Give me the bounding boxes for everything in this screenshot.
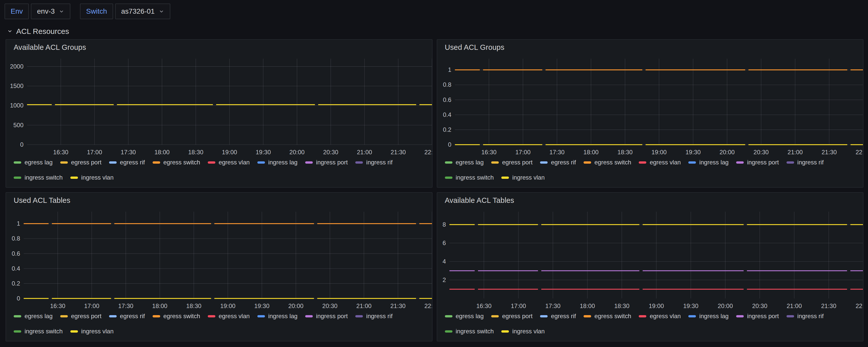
panel-title[interactable]: Used ACL Tables: [6, 193, 432, 204]
chevron-down-icon: [7, 28, 13, 35]
legend-item-egress-rif[interactable]: egress rif: [540, 159, 576, 166]
legend-swatch: [639, 161, 646, 164]
y-tick-label: 2: [442, 277, 446, 283]
legend-item-ingress-lag[interactable]: ingress lag: [257, 313, 298, 320]
chart-used-acl-tables: 00.20.40.60.8116:3017:0017:3018:0018:301…: [6, 204, 432, 311]
x-tick-label: 21:30: [821, 303, 836, 309]
legend-item-ingress-vlan[interactable]: ingress vlan: [70, 174, 114, 181]
variable-switch-label: Switch: [80, 4, 113, 19]
legend-label: egress vlan: [219, 159, 250, 166]
legend-item-ingress-rif[interactable]: ingress rif: [355, 313, 393, 320]
legend-item-egress-port[interactable]: egress port: [60, 159, 101, 166]
chart-canvas: 00.20.40.60.8116:3017:0017:3018:0018:301…: [437, 51, 863, 157]
dashboard-toolbar: Env env-3 Switch as7326-01: [0, 0, 868, 19]
x-tick-label: 20:30: [323, 149, 338, 156]
x-tick-label: 21:00: [357, 149, 372, 156]
legend-swatch: [491, 315, 499, 317]
x-tick-label: 19:30: [683, 303, 698, 309]
x-tick-label: 20:00: [719, 149, 735, 156]
legend-item-ingress-rif[interactable]: ingress rif: [786, 313, 824, 320]
legend-item-ingress-port[interactable]: ingress port: [305, 313, 348, 320]
variable-env-value-dropdown[interactable]: env-3: [31, 4, 70, 19]
variable-switch-value-dropdown[interactable]: as7326-01: [115, 4, 170, 19]
legend-swatch: [584, 315, 591, 317]
legend-swatch: [736, 161, 744, 164]
legend-item-egress-lag[interactable]: egress lag: [14, 159, 53, 166]
x-tick-label: 19:00: [220, 303, 235, 309]
legend-item-ingress-switch[interactable]: ingress switch: [14, 174, 63, 181]
legend-swatch: [584, 161, 591, 164]
x-tick-label: 20:30: [322, 303, 338, 309]
legend-item-egress-port[interactable]: egress port: [60, 313, 101, 320]
legend-item-ingress-lag[interactable]: ingress lag: [257, 159, 298, 166]
legend-item-ingress-switch[interactable]: ingress switch: [14, 328, 63, 335]
legend-item-ingress-vlan[interactable]: ingress vlan: [501, 174, 545, 181]
legend-item-egress-rif[interactable]: egress rif: [109, 159, 145, 166]
legend-item-egress-vlan[interactable]: egress vlan: [639, 313, 681, 320]
legend-label: egress lag: [456, 313, 484, 320]
legend-item-ingress-port[interactable]: ingress port: [305, 159, 348, 166]
legend-item-ingress-lag[interactable]: ingress lag: [688, 313, 728, 320]
legend-label: egress switch: [594, 313, 631, 320]
legend-item-egress-rif[interactable]: egress rif: [540, 313, 576, 320]
legend-item-egress-lag[interactable]: egress lag: [445, 313, 484, 320]
row-header-acl-resources[interactable]: ACL Resources: [0, 19, 868, 37]
x-tick-label: 19:30: [254, 303, 270, 309]
legend-swatch: [445, 161, 453, 164]
x-tick-label: 18:30: [188, 149, 204, 156]
legend-item-ingress-lag[interactable]: ingress lag: [688, 159, 728, 166]
legend-label: egress vlan: [650, 159, 681, 166]
panel-title[interactable]: Available ACL Tables: [437, 193, 863, 204]
variable-env-label: Env: [5, 4, 29, 19]
x-tick-label: 21:00: [787, 149, 803, 156]
legend-swatch: [208, 315, 215, 317]
legend-label: ingress switch: [456, 328, 494, 335]
legend-swatch: [540, 315, 548, 317]
legend-item-egress-port[interactable]: egress port: [491, 313, 532, 320]
legend-label: ingress port: [747, 313, 779, 320]
legend-swatch: [70, 177, 78, 179]
dashboard: Env env-3 Switch as7326-01 ACL Resources: [0, 0, 868, 347]
x-tick-label: 17:30: [545, 303, 560, 309]
legend-item-egress-vlan[interactable]: egress vlan: [639, 159, 681, 166]
legend-item-egress-switch[interactable]: egress switch: [153, 313, 200, 320]
legend-item-ingress-vlan[interactable]: ingress vlan: [501, 328, 545, 335]
legend-item-egress-vlan[interactable]: egress vlan: [208, 159, 250, 166]
legend-item-egress-switch[interactable]: egress switch: [584, 159, 631, 166]
x-tick-label: 16:30: [481, 149, 497, 156]
legend-item-ingress-rif[interactable]: ingress rif: [786, 159, 824, 166]
legend-item-egress-vlan[interactable]: egress vlan: [208, 313, 250, 320]
x-tick-label: 19:00: [649, 303, 664, 309]
legend-item-egress-rif[interactable]: egress rif: [109, 313, 145, 320]
x-tick-label: 21:30: [391, 149, 406, 156]
x-tick-label: 18:00: [154, 149, 169, 156]
x-tick-label: 21:00: [356, 303, 371, 309]
panel-title[interactable]: Available ACL Groups: [6, 40, 432, 51]
legend-label: ingress vlan: [81, 328, 114, 335]
legend-swatch: [14, 315, 21, 317]
legend-swatch: [501, 330, 509, 333]
legend-label: ingress rif: [797, 159, 824, 166]
x-tick-label: 17:00: [87, 149, 102, 156]
legend-item-egress-lag[interactable]: egress lag: [445, 159, 484, 166]
x-tick-label: 20:00: [717, 303, 733, 309]
legend-item-ingress-vlan[interactable]: ingress vlan: [70, 328, 114, 335]
legend-item-ingress-switch[interactable]: ingress switch: [445, 328, 494, 335]
y-tick-label: 0.6: [12, 250, 20, 257]
panel-title[interactable]: Used ACL Groups: [437, 40, 863, 51]
legend-item-ingress-rif[interactable]: ingress rif: [355, 159, 393, 166]
legend-label: egress vlan: [219, 313, 250, 320]
chart-legend: egress lagegress portegress rifegress sw…: [6, 311, 432, 341]
legend-item-egress-lag[interactable]: egress lag: [14, 313, 53, 320]
x-tick-label: 21:30: [391, 303, 406, 309]
legend-item-ingress-switch[interactable]: ingress switch: [445, 174, 494, 181]
x-tick-label: 19:00: [222, 149, 237, 156]
legend-label: egress port: [71, 313, 101, 320]
legend-item-egress-port[interactable]: egress port: [491, 159, 532, 166]
legend-item-egress-switch[interactable]: egress switch: [584, 313, 631, 320]
legend-swatch: [445, 315, 453, 317]
legend-item-ingress-port[interactable]: ingress port: [736, 313, 779, 320]
legend-swatch: [153, 161, 160, 164]
legend-item-egress-switch[interactable]: egress switch: [153, 159, 200, 166]
legend-item-ingress-port[interactable]: ingress port: [736, 159, 779, 166]
